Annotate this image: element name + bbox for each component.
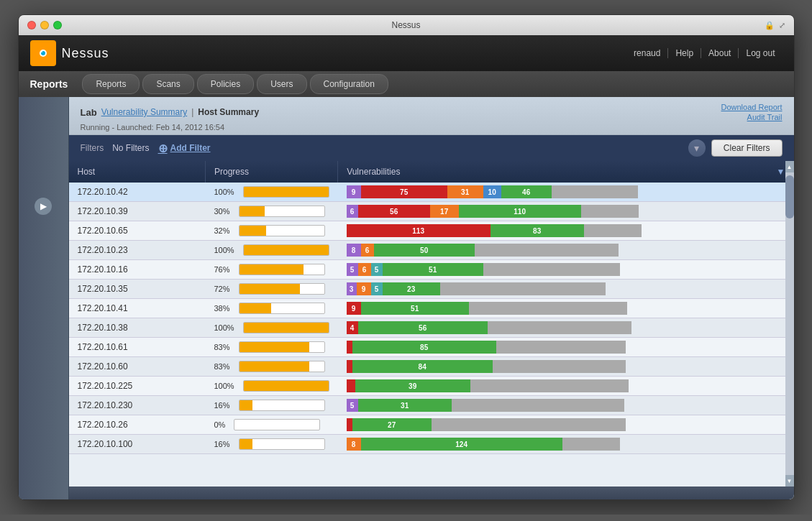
vuln-segment — [432, 418, 626, 431]
download-report-link[interactable]: Download Report — [721, 103, 783, 111]
progress-text: 100% — [214, 323, 234, 332]
scroll-down-button[interactable]: ▼ — [785, 475, 794, 487]
add-filter-button[interactable]: ⊕ Add Filter — [158, 142, 211, 155]
progress-text: 16% — [214, 401, 230, 410]
table-row[interactable]: 172.20.10.225100%39 — [69, 377, 794, 396]
vuln-segment: 124 — [361, 438, 562, 451]
cell-progress: 32% — [206, 221, 338, 241]
resize-icon: ⤢ — [779, 21, 785, 30]
cell-progress: 38% — [206, 299, 338, 318]
cell-vulnerabilities: 84 — [338, 357, 794, 377]
vuln-segment: 9 — [347, 185, 361, 198]
scrollbar[interactable]: ▲ ▼ — [785, 161, 794, 487]
table-row[interactable]: 172.20.10.6083%84 — [69, 357, 794, 377]
filter-right: ▾ Clear Filters — [688, 139, 783, 157]
cell-progress: 100% — [206, 318, 338, 338]
table-row[interactable]: 172.20.10.10016%8124 — [69, 435, 794, 454]
table-row[interactable]: 172.20.10.42100%975311046 — [69, 183, 794, 202]
tab-reports[interactable]: Reports — [82, 74, 140, 94]
progress-text: 83% — [214, 343, 230, 351]
progress-bar — [239, 361, 325, 372]
vuln-segment — [452, 399, 624, 412]
vuln-segment: 56 — [358, 321, 488, 334]
progress-bar — [243, 186, 329, 198]
table-row[interactable]: 172.20.10.23016%531 — [69, 396, 794, 415]
sidebar-toggle[interactable]: ▶ — [35, 198, 52, 215]
table-row[interactable]: 172.20.10.4138%951 — [69, 299, 794, 318]
window-frame: Nessus 🔒 ⤢ Nessus renaud Help About Log … — [18, 14, 795, 500]
vuln-segment — [581, 205, 639, 218]
progress-bar — [239, 341, 325, 353]
nav-logout[interactable]: Log out — [739, 48, 782, 58]
vulnerability-bar: 456 — [347, 321, 785, 334]
cell-vulnerabilities: 85 — [338, 338, 794, 357]
table-row[interactable]: 172.20.10.260%27 — [69, 415, 794, 435]
cell-vulnerabilities: 56551 — [338, 260, 794, 280]
vulnerability-summary-link[interactable]: Vulnerability Summary — [101, 107, 188, 117]
progress-text: 100% — [214, 188, 234, 196]
table-row[interactable]: 172.20.10.6183%85 — [69, 338, 794, 357]
header-nav: renaud Help About Log out — [626, 48, 782, 58]
cell-vulnerabilities: 8650 — [338, 241, 794, 260]
table-row[interactable]: 172.20.10.23100%8650 — [69, 241, 794, 260]
clear-filters-button[interactable]: Clear Filters — [711, 139, 783, 157]
window-controls — [27, 21, 62, 29]
progress-bar — [234, 419, 320, 430]
cell-progress: 83% — [206, 338, 338, 357]
cell-vulnerabilities: 27 — [338, 415, 794, 435]
tab-scans[interactable]: Scans — [142, 74, 193, 94]
nav-about[interactable]: About — [701, 48, 739, 58]
table-container[interactable]: Host Progress Vulnerabilities ▼ — [69, 161, 794, 487]
nav-user[interactable]: renaud — [626, 48, 668, 58]
vuln-segment: 31 — [447, 185, 483, 198]
cell-host: 172.20.10.100 — [69, 435, 206, 454]
tab-users[interactable]: Users — [257, 74, 306, 94]
breadcrumb-bar: Lab Vulnerability Summary | Host Summary… — [69, 97, 794, 135]
scroll-up-button[interactable]: ▲ — [785, 161, 794, 172]
audit-trail-link[interactable]: Audit Trail — [747, 113, 783, 121]
table-row[interactable]: 172.20.10.1676%56551 — [69, 260, 794, 280]
vuln-segment: 5 — [347, 263, 358, 276]
main-content: Lab Vulnerability Summary | Host Summary… — [69, 97, 794, 499]
lock-icon: 🔒 — [765, 21, 775, 30]
table-row[interactable]: 172.20.10.3572%39523 — [69, 280, 794, 299]
title-bar-icons: 🔒 ⤢ — [765, 21, 785, 30]
progress-text: 100% — [214, 246, 234, 254]
vuln-segment — [562, 438, 620, 451]
cell-progress: 16% — [206, 435, 338, 454]
cell-vulnerabilities: 65617110 — [338, 202, 794, 221]
scrollbar-thumb[interactable] — [785, 175, 794, 218]
maximize-button[interactable] — [53, 21, 62, 29]
vuln-segment — [496, 341, 626, 354]
close-button[interactable] — [27, 21, 36, 29]
vulnerability-bar: 39 — [347, 379, 785, 392]
table-row[interactable]: 172.20.10.3930%65617110 — [69, 202, 794, 221]
vuln-segment: 6 — [347, 205, 358, 218]
bottom-bar — [69, 487, 794, 499]
cell-host: 172.20.10.39 — [69, 202, 206, 221]
cell-progress: 100% — [206, 377, 338, 396]
cell-progress: 30% — [206, 202, 338, 221]
vuln-segment — [584, 224, 642, 237]
sort-icon[interactable]: ▼ — [777, 167, 785, 177]
minimize-button[interactable] — [40, 21, 49, 29]
col-host: Host — [69, 161, 206, 183]
tab-policies[interactable]: Policies — [197, 74, 254, 94]
cell-progress: 83% — [206, 357, 338, 377]
app-header: Nessus renaud Help About Log out — [19, 35, 794, 71]
vuln-segment: 27 — [352, 418, 432, 431]
vulnerability-bar: 27 — [347, 418, 785, 431]
table-row[interactable]: 172.20.10.6532%11383 — [69, 221, 794, 241]
vuln-segment: 113 — [347, 224, 491, 237]
cell-host: 172.20.10.60 — [69, 357, 206, 377]
progress-text: 83% — [214, 362, 230, 371]
nav-help[interactable]: Help — [668, 48, 701, 58]
tab-configuration[interactable]: Configuration — [310, 74, 388, 94]
vulnerability-bar: 56551 — [347, 263, 785, 276]
breadcrumb-actions: Download Report Audit Trail — [721, 103, 783, 121]
filter-settings-button[interactable]: ▾ — [688, 139, 706, 157]
vuln-segment: 110 — [459, 205, 581, 218]
cell-host: 172.20.10.230 — [69, 396, 206, 415]
table-row[interactable]: 172.20.10.38100%456 — [69, 318, 794, 338]
cell-progress: 100% — [206, 241, 338, 260]
